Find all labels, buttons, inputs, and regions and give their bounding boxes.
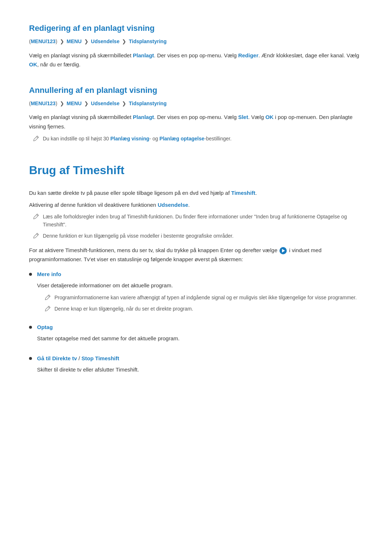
note-annullering: Du kan indstille op til højst 30 Planlæg… xyxy=(29,135,363,143)
breadcrumb-redigering: (MENU/123) ❯ MENU ❯ Udsendelse ❯ Tidspla… xyxy=(29,37,363,45)
breadcrumb-udsendelse-2[interactable]: Udsendelse xyxy=(91,100,120,106)
bullet-dot-2 xyxy=(29,326,32,329)
bullet-dot-1 xyxy=(29,273,32,276)
rediger-link[interactable]: Rediger xyxy=(238,52,258,58)
intro1-text: Du kan sætte direkte tv på pause eller s… xyxy=(29,190,231,196)
sep5: ❯ xyxy=(84,100,90,106)
planlagt-link-1[interactable]: Planlagt xyxy=(133,52,154,58)
section-annullering: Annullering af en planlagt visning (MENU… xyxy=(29,84,363,143)
mere-info-note-text-1: Programinformationerne kan variere afhæn… xyxy=(54,294,357,301)
ok-link-2[interactable]: OK xyxy=(265,114,274,120)
bullet-label-optag[interactable]: Optag xyxy=(37,324,53,330)
bullet-label-ga-til-1[interactable]: Gå til Direkte tv xyxy=(37,355,77,361)
breadcrumb-annullering: (MENU/123) ❯ MENU ❯ Udsendelse ❯ Tidspla… xyxy=(29,99,363,107)
bullet-optag: Optag Starter optagelse med det samme fo… xyxy=(29,323,363,347)
sep6: ❯ xyxy=(122,100,128,106)
bullet-label-mere-info[interactable]: Mere info xyxy=(37,271,61,277)
pencil-icon-4 xyxy=(44,294,51,301)
sep4: ❯ xyxy=(60,100,66,106)
mere-info-notes: Programinformationerne kan variere afhæn… xyxy=(37,294,363,313)
pencil-icon-5 xyxy=(44,305,51,312)
pencil-icon-1 xyxy=(33,135,39,142)
bullet-ga-til: Gå til Direkte tv / Stop Timeshift Skift… xyxy=(29,354,363,378)
timeshift-intro-1: Du kan sætte direkte tv på pause eller s… xyxy=(29,188,363,198)
bullet-mere-info: Mere info Viser detaljerede informatione… xyxy=(29,270,363,316)
bullet-content-1: Mere info Viser detaljerede informatione… xyxy=(37,270,363,316)
timeshift-note-text-2: Denne funktion er kun tilgængelig på vis… xyxy=(43,232,233,240)
section-annullering-body: Vælg en planlagt visning på skærmbillede… xyxy=(29,112,363,131)
breadcrumb-menu-number[interactable]: MENU/123 xyxy=(31,38,56,44)
pencil-icon-3 xyxy=(33,233,39,239)
section-timeshift: Brug af Timeshift Du kan sætte direkte t… xyxy=(29,161,363,378)
circle-button-icon xyxy=(279,247,287,254)
section-redigering-title: Redigering af en planlagt visning xyxy=(29,22,363,34)
pencil-icon-2 xyxy=(33,213,39,220)
mere-info-note-1: Programinformationerne kan variere afhæn… xyxy=(41,294,363,301)
timeshift-link[interactable]: Timeshift xyxy=(231,190,255,196)
planlagt-link-2[interactable]: Planlagt xyxy=(133,114,154,120)
bullet-desc-optag: Starter optagelse med det samme for det … xyxy=(37,334,363,343)
breadcrumb-menu-2[interactable]: MENU xyxy=(67,100,82,106)
bullet-desc-ga-til: Skifter til direkte tv eller afslutter T… xyxy=(37,365,363,374)
sep2: ❯ xyxy=(84,38,90,44)
timeshift-note-text-1: Læs alle forholdsregler inden brug af Ti… xyxy=(43,213,363,229)
bullet-content-3: Gå til Direkte tv / Stop Timeshift Skift… xyxy=(37,354,363,378)
breadcrumb-tidsplanstyring[interactable]: Tidsplanstyring xyxy=(129,38,167,44)
timeshift-main-para: For at aktivere Timeshift-funktionen, me… xyxy=(29,246,363,264)
bullet-label-sep: / xyxy=(77,355,82,361)
note-text-2: - og xyxy=(149,136,159,141)
breadcrumb-menu-number-2[interactable]: MENU/123 xyxy=(31,100,56,106)
breadcrumb-tidsplanstyring-2[interactable]: Tidsplanstyring xyxy=(129,100,167,106)
ok-link-1[interactable]: OK xyxy=(29,61,37,67)
intro1-end: . xyxy=(255,190,257,196)
intro2-end: . xyxy=(188,202,190,208)
breadcrumb-suffix-2: ) xyxy=(56,100,57,106)
slet-link[interactable]: Slet xyxy=(238,114,248,120)
breadcrumb-menu[interactable]: MENU xyxy=(67,38,82,44)
intro2-text: Aktivering af denne funktion vil deaktiv… xyxy=(29,202,158,208)
bullet-label-ga-til-2[interactable]: Stop Timeshift xyxy=(82,355,119,361)
timeshift-note-1: Læs alle forholdsregler inden brug af Ti… xyxy=(29,213,363,229)
section-annullering-title: Annullering af en planlagt visning xyxy=(29,84,363,97)
planlæg-visning-link[interactable]: Planlæg visning xyxy=(110,136,149,141)
main-para-text: For at aktivere Timeshift-funktionen, me… xyxy=(29,247,279,253)
bullet-desc-mere-info: Viser detaljerede informationer om det a… xyxy=(37,281,363,290)
planlæg-optagelse-link[interactable]: Planlæg optagelse xyxy=(159,136,204,141)
timeshift-note-2: Denne funktion er kun tilgængelig på vis… xyxy=(29,232,363,240)
breadcrumb-suffix: ) xyxy=(56,38,57,44)
section-redigering-body: Vælg en planlagt visning på skærmbillede… xyxy=(29,51,363,69)
ann-body-2: . Der vises en pop op-menu. Vælg xyxy=(154,114,238,120)
body-text-2: . Der vises en pop op-menu. Vælg xyxy=(154,52,238,58)
mere-info-note-2: Denne knap er kun tilgængelig, når du se… xyxy=(41,305,363,313)
ann-body-3: . Vælg xyxy=(248,114,266,120)
timeshift-intro-2: Aktivering af denne funktion vil deaktiv… xyxy=(29,200,363,210)
section-timeshift-title: Brug af Timeshift xyxy=(29,161,363,180)
note-text-annullering: Du kan indstille op til højst 30 Planlæg… xyxy=(43,135,232,143)
sep3: ❯ xyxy=(122,38,128,44)
note-text-3: -bestillinger. xyxy=(204,136,232,141)
udsendelse-link[interactable]: Udsendelse xyxy=(158,202,188,208)
mere-info-note-text-2: Denne knap er kun tilgængelig, når du se… xyxy=(54,305,193,313)
bullet-dot-3 xyxy=(29,357,32,360)
body-text-4: , når du er færdig. xyxy=(37,61,81,67)
ann-body-1: Vælg en planlagt visning på skærmbillede… xyxy=(29,114,133,120)
sep1: ❯ xyxy=(60,38,66,44)
svg-marker-0 xyxy=(282,249,285,253)
bullet-content-2: Optag Starter optagelse med det samme fo… xyxy=(37,323,363,347)
body-text-3: . Ændr klokkeslæt, dage eller kanal. Væl… xyxy=(258,52,359,58)
section-redigering: Redigering af en planlagt visning (MENU/… xyxy=(29,22,363,69)
note-text-1: Du kan indstille op til højst 30 xyxy=(43,136,110,141)
breadcrumb-udsendelse[interactable]: Udsendelse xyxy=(91,38,120,44)
body-text-1: Vælg en planlagt visning på skærmbillede… xyxy=(29,52,133,58)
